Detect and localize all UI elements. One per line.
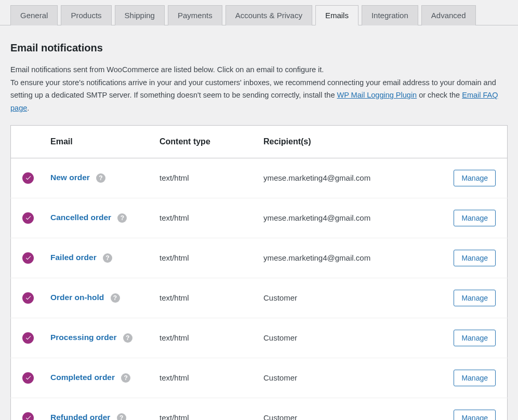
- page-title: Email notifications: [10, 42, 508, 54]
- manage-button[interactable]: Manage: [454, 210, 496, 226]
- content-type-cell: text/html: [151, 358, 255, 398]
- manage-button[interactable]: Manage: [454, 330, 496, 346]
- email-name-link[interactable]: Failed order: [50, 253, 97, 262]
- recipients-cell: Customer: [255, 398, 445, 420]
- help-icon[interactable]: ?: [96, 173, 105, 183]
- col-header-manage: [445, 125, 508, 158]
- content-type-cell: text/html: [151, 238, 255, 278]
- table-row: New order ? text/html ymese.marketing4@g…: [11, 158, 508, 198]
- intro-line2c: .: [27, 104, 29, 112]
- intro-line1: Email notifications sent from WooCommerc…: [10, 65, 324, 74]
- help-icon[interactable]: ?: [117, 413, 126, 420]
- status-enabled-icon: [22, 412, 34, 420]
- status-enabled-icon: [22, 372, 34, 384]
- settings-tabs: General Products Shipping Payments Accou…: [0, 0, 518, 25]
- intro-line2b: or check the: [417, 91, 462, 99]
- table-row: Completed order ? text/html Customer Man…: [11, 358, 508, 398]
- recipients-cell: Customer: [255, 278, 445, 318]
- content-type-cell: text/html: [151, 158, 255, 198]
- tab-advanced[interactable]: Advanced: [421, 5, 476, 25]
- email-notifications-table: Email Content type Recipient(s) New orde…: [10, 125, 508, 420]
- tab-accounts-privacy[interactable]: Accounts & Privacy: [225, 5, 312, 25]
- email-name-link[interactable]: Cancelled order: [50, 213, 111, 222]
- content-type-cell: text/html: [151, 318, 255, 358]
- intro-text: Email notifications sent from WooCommerc…: [10, 63, 508, 115]
- manage-button[interactable]: Manage: [454, 370, 496, 386]
- tab-general[interactable]: General: [10, 5, 58, 25]
- manage-button[interactable]: Manage: [454, 170, 496, 186]
- col-header-status: [11, 125, 43, 158]
- email-name-link[interactable]: Order on-hold: [50, 293, 104, 302]
- help-icon[interactable]: ?: [117, 213, 127, 223]
- manage-button[interactable]: Manage: [454, 290, 496, 306]
- tab-integration[interactable]: Integration: [362, 5, 418, 25]
- manage-button[interactable]: Manage: [454, 250, 496, 266]
- status-enabled-icon: [22, 332, 34, 344]
- help-icon[interactable]: ?: [123, 333, 132, 343]
- tab-payments[interactable]: Payments: [168, 5, 222, 25]
- col-header-recipients: Recipient(s): [255, 125, 445, 158]
- recipients-cell: ymese.marketing4@gmail.com: [255, 198, 445, 238]
- table-row: Cancelled order ? text/html ymese.market…: [11, 198, 508, 238]
- table-row: Processing order ? text/html Customer Ma…: [11, 318, 508, 358]
- help-icon[interactable]: ?: [121, 373, 130, 383]
- table-row: Order on-hold ? text/html Customer Manag…: [11, 278, 508, 318]
- recipients-cell: Customer: [255, 318, 445, 358]
- table-row: Failed order ? text/html ymese.marketing…: [11, 238, 508, 278]
- col-header-content-type: Content type: [151, 125, 255, 158]
- content-type-cell: text/html: [151, 278, 255, 318]
- tab-emails[interactable]: Emails: [315, 5, 358, 25]
- page-content: Email notifications Email notifications …: [0, 25, 518, 420]
- email-name-link[interactable]: Processing order: [50, 333, 117, 342]
- recipients-cell: ymese.marketing4@gmail.com: [255, 238, 445, 278]
- recipients-cell: Customer: [255, 358, 445, 398]
- email-name-link[interactable]: New order: [50, 173, 90, 182]
- help-icon[interactable]: ?: [111, 293, 120, 303]
- content-type-cell: text/html: [151, 398, 255, 420]
- help-icon[interactable]: ?: [103, 253, 112, 263]
- email-name-link[interactable]: Completed order: [50, 373, 115, 382]
- tab-products[interactable]: Products: [61, 5, 111, 25]
- table-row: Refunded order ? text/html Customer Mana…: [11, 398, 508, 420]
- manage-button[interactable]: Manage: [454, 410, 496, 420]
- content-type-cell: text/html: [151, 198, 255, 238]
- wp-mail-logging-link[interactable]: WP Mail Logging Plugin: [337, 91, 417, 99]
- tab-shipping[interactable]: Shipping: [115, 5, 165, 25]
- status-enabled-icon: [22, 172, 34, 184]
- status-enabled-icon: [22, 252, 34, 264]
- status-enabled-icon: [22, 292, 34, 304]
- email-name-link[interactable]: Refunded order: [50, 413, 110, 420]
- status-enabled-icon: [22, 212, 34, 224]
- recipients-cell: ymese.marketing4@gmail.com: [255, 158, 445, 198]
- col-header-email: Email: [42, 125, 151, 158]
